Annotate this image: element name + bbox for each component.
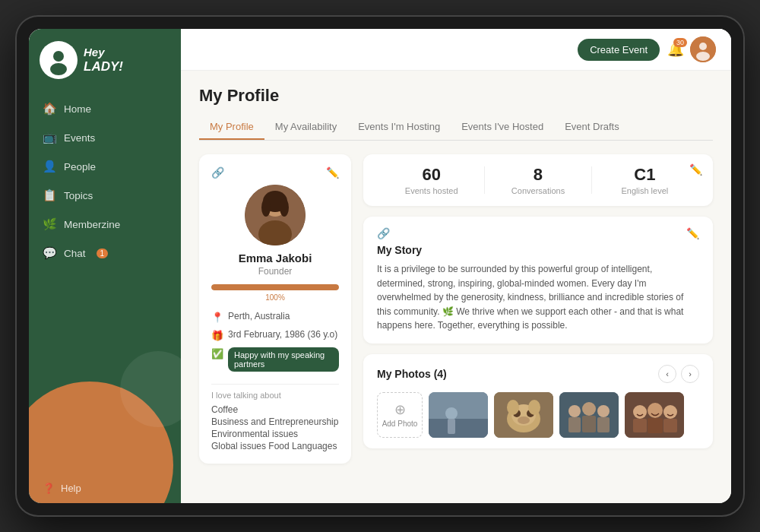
stat-events-hosted: 60 Events hosted — [378, 165, 484, 195]
help-label: Help — [61, 483, 81, 494]
chat-icon: 💬 — [43, 246, 56, 260]
photo-thumb-4[interactable] — [625, 392, 684, 438]
link-icon[interactable]: 🔗 — [211, 166, 224, 179]
photo-thumb-2[interactable] — [494, 392, 553, 438]
main-content: Create Event 🔔 30 — [181, 29, 731, 503]
sidebar-item-home[interactable]: 🏠 Home — [29, 94, 181, 123]
stat-conversations: 8 Conversations — [485, 165, 591, 195]
svg-rect-35 — [633, 419, 647, 432]
add-photo-button[interactable]: ⊕ Add Photo — [377, 392, 423, 438]
logo-text: Hey LADY! — [84, 46, 123, 74]
svg-point-32 — [633, 405, 647, 419]
check-circle-icon: ✅ — [211, 348, 223, 359]
create-event-button[interactable]: Create Event — [578, 39, 660, 61]
stats-card: 60 Events hosted 8 Conversations — [363, 154, 713, 206]
profile-name: Emma Jakobi — [239, 252, 312, 264]
svg-point-22 — [507, 400, 519, 415]
svg-point-5 — [696, 52, 710, 61]
location-text: Perth, Australia — [228, 311, 290, 321]
interest-0: Coffee — [211, 404, 339, 415]
svg-point-23 — [528, 400, 540, 415]
user-avatar-top[interactable] — [690, 36, 716, 62]
sidebar-item-memberzine-label: Memberzine — [64, 219, 120, 230]
notification-icon[interactable]: 🔔 30 — [667, 41, 684, 58]
events-hosted-count: 60 — [378, 165, 484, 185]
story-title: My Story — [377, 244, 699, 256]
svg-point-26 — [582, 402, 596, 416]
sidebar-item-chat[interactable]: 💬 Chat 1 — [29, 239, 181, 268]
story-card-top: 🔗 ✏️ — [377, 227, 699, 239]
page-title: My Profile — [199, 86, 713, 106]
profile-tabs: My Profile My Availability Events I'm Ho… — [199, 115, 713, 141]
location-icon: 📍 — [211, 312, 223, 323]
svg-point-14 — [445, 407, 458, 420]
stats-edit-icon[interactable]: ✏️ — [689, 163, 702, 176]
english-level: C1 — [592, 165, 698, 185]
sidebar-item-people[interactable]: 👤 People — [29, 152, 181, 181]
top-bar-icons: 🔔 30 — [667, 36, 716, 62]
story-link-icon[interactable]: 🔗 — [377, 227, 390, 239]
tab-events-hosted[interactable]: Events I've Hosted — [451, 115, 554, 140]
photos-header: My Photos (4) ‹ › — [377, 365, 699, 383]
events-hosted-label: Events hosted — [378, 186, 484, 195]
photos-title: My Photos (4) — [377, 368, 447, 380]
svg-point-27 — [597, 405, 610, 417]
photos-card: My Photos (4) ‹ › ⊕ Add Photo — [363, 354, 713, 448]
sidebar-item-events-label: Events — [64, 132, 95, 144]
svg-rect-15 — [448, 419, 455, 434]
sidebar-item-topics[interactable]: 📋 Topics — [29, 181, 181, 210]
photos-next-button[interactable]: › — [681, 365, 699, 383]
tab-event-drafts[interactable]: Event Drafts — [554, 115, 630, 140]
people-icon: 👤 — [43, 160, 56, 173]
speaking-row: ✅ Happy with my speaking partners — [211, 347, 339, 372]
dob-text: 3rd February, 1986 (36 y.o) — [228, 329, 337, 340]
story-edit-icon[interactable]: ✏️ — [686, 227, 699, 239]
progress-bar — [211, 284, 339, 290]
interest-3: Global issues Food Languages — [211, 441, 339, 451]
profile-grid: 🔗 ✏️ — [199, 154, 713, 464]
photos-prev-button[interactable]: ‹ — [658, 365, 676, 383]
svg-point-11 — [280, 198, 289, 217]
location-row: 📍 Perth, Australia — [211, 311, 339, 323]
photo-thumb-3[interactable] — [559, 392, 619, 438]
divider — [211, 384, 339, 385]
sidebar-item-memberzine[interactable]: 🌿 Memberzine — [29, 210, 181, 239]
story-text: It is a privilege to be surrounded by th… — [377, 262, 699, 333]
page-body: My Profile My Profile My Availability Ev… — [181, 71, 731, 503]
edit-icon[interactable]: ✏️ — [326, 166, 339, 179]
svg-point-34 — [663, 405, 677, 419]
svg-point-1 — [53, 51, 64, 62]
tab-my-profile[interactable]: My Profile — [199, 115, 264, 140]
stat-english: C1 English level — [592, 165, 698, 195]
svg-point-25 — [568, 405, 581, 417]
birthday-icon: 🎁 — [211, 330, 223, 341]
tab-my-availability[interactable]: My Availability — [264, 115, 347, 140]
sidebar-item-topics-label: Topics — [64, 190, 93, 201]
chat-badge: 1 — [97, 249, 109, 258]
profile-left-card: 🔗 ✏️ — [199, 154, 351, 464]
sidebar-logo: Hey LADY! — [29, 29, 181, 88]
top-bar: Create Event 🔔 30 — [181, 29, 731, 71]
profile-role: Founder — [258, 266, 293, 277]
photo-thumb-1[interactable] — [429, 392, 488, 438]
sidebar: Hey LADY! 🏠 Home 📺 Events 👤 — [29, 29, 181, 503]
sidebar-help[interactable]: ❓ Help — [29, 473, 181, 503]
interests-list: Coffee Business and Entrepreneurship Env… — [211, 404, 339, 451]
interest-1: Business and Entrepreneurship — [211, 416, 339, 427]
sidebar-item-events[interactable]: 📺 Events — [29, 123, 181, 152]
progress-bar-fill — [211, 284, 339, 290]
logo-icon — [40, 41, 78, 79]
sidebar-item-people-label: People — [64, 161, 96, 173]
notification-badge: 30 — [673, 38, 687, 47]
memberzine-icon: 🌿 — [43, 217, 56, 231]
interests-heading: I love talking about — [211, 391, 339, 400]
add-photo-label: Add Photo — [382, 420, 418, 428]
events-icon: 📺 — [43, 131, 56, 144]
svg-rect-13 — [429, 419, 488, 438]
svg-point-10 — [261, 198, 271, 217]
tab-events-hosting[interactable]: Events I'm Hosting — [347, 115, 451, 140]
interest-2: Environmental issues — [211, 429, 339, 439]
svg-rect-30 — [597, 417, 610, 432]
svg-rect-29 — [582, 416, 596, 432]
sidebar-item-chat-label: Chat — [64, 248, 86, 259]
